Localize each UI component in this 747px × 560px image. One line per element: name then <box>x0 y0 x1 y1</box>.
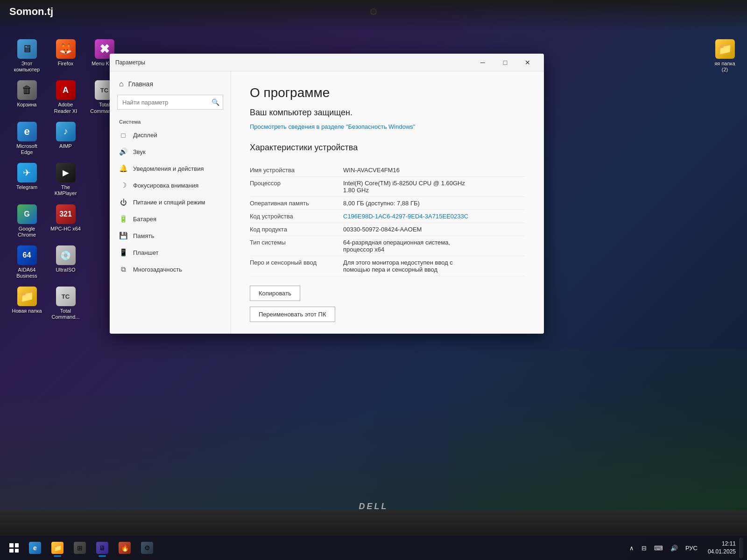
minimize-button[interactable]: ─ <box>472 56 493 70</box>
spec-value-device-name: WIN-AVACVE4FM16 <box>343 167 525 174</box>
tray-chevron[interactable]: ∧ <box>627 543 637 553</box>
spec-value-pen: Для этого монитора недоступен ввод спомо… <box>343 259 525 273</box>
storage-label: Память <box>133 232 154 239</box>
sidebar-home[interactable]: ⌂ Главная <box>110 76 231 92</box>
aimp-icon: ♪ <box>56 122 76 141</box>
firefox-icon: 🦊 <box>56 39 76 59</box>
sidebar-item-focus[interactable]: ☽ Фокусировка внимания <box>110 177 231 194</box>
kmplayer-label: TheKMPlayer <box>55 184 77 196</box>
taskbar-app-5[interactable]: 🔥 <box>114 538 135 558</box>
desktop-icon-kmplayer[interactable]: ▶ TheKMPlayer <box>48 161 83 198</box>
spec-row-device-id: Код устройства C196E98D-1AC6-4297-9ED4-3… <box>250 210 525 223</box>
notifications-icon: 🔔 <box>119 164 127 173</box>
desktop-icon-aimp[interactable]: ♪ AIMP <box>48 120 83 157</box>
tablet-icon: 📱 <box>119 248 127 257</box>
show-desktop-button[interactable] <box>740 538 743 558</box>
taskbar-app-6[interactable]: ⚙ <box>136 538 158 558</box>
taskbar-clock[interactable]: 12:11 04.01.2025 <box>704 538 740 558</box>
spec-value-system-type: 64-разрядная операционная система,процес… <box>343 239 525 253</box>
desktop-icon-right-folder[interactable]: 📁 яя папка(2) <box>707 37 742 75</box>
taskbar-app-explorer[interactable]: 📁 <box>47 538 68 558</box>
desktop-icon-telegram[interactable]: ✈ Telegram <box>9 161 44 198</box>
desktop-icon-totalcmd2[interactable]: TC TotalCommand... <box>48 285 83 322</box>
desktop-icon-aida[interactable]: 64 AIDA64Business <box>9 244 44 281</box>
dell-logo: DELL <box>359 502 388 511</box>
tray-volume[interactable]: 🔊 <box>668 543 681 553</box>
laptop-frame-bottom: DELL <box>0 510 747 536</box>
desktop-icon-korzina[interactable]: 🗑 Корзина <box>9 78 44 116</box>
desktop-icon-novaya-papka[interactable]: 📁 Новая папка <box>9 285 44 322</box>
copy-button[interactable]: Копировать <box>250 286 300 301</box>
desktop-icon-adobe[interactable]: A AdobeReader XI <box>48 78 83 116</box>
sidebar-item-battery[interactable]: 🔋 Батарея <box>110 210 231 227</box>
chrome-label: GoogleChrome <box>18 226 36 238</box>
sidebar-item-multitask[interactable]: ⧉ Многозадачность <box>110 261 231 278</box>
sidebar-item-notifications[interactable]: 🔔 Уведомления и действия <box>110 160 231 177</box>
taskbar-app-3[interactable]: ⊞ <box>69 538 91 558</box>
korzina-label: Корзина <box>17 102 37 108</box>
mpchc-label: MPC-HC x64 <box>50 226 81 232</box>
novaya-papka-label: Новая папка <box>12 308 42 314</box>
firefox-label: Firefox <box>58 61 74 67</box>
sidebar-item-power[interactable]: ⏻ Питание и спящий режим <box>110 194 231 210</box>
sidebar-item-storage[interactable]: 💾 Память <box>110 227 231 244</box>
start-button[interactable] <box>4 538 24 558</box>
taskbar-app3-icon: ⊞ <box>74 542 86 554</box>
desktop-icons-area: 🖥 Этоткомпьютер 🦊 Firefox ✖ Menu KMP 🗑 К… <box>9 37 122 322</box>
spec-value-product-id: 00330-50972-08424-AAOEM <box>343 226 525 233</box>
desktop-icon-mpchc[interactable]: 321 MPC-HC x64 <box>48 203 83 240</box>
maximize-button[interactable]: □ <box>494 56 516 70</box>
spec-label-device-id: Код устройства <box>250 213 343 220</box>
sound-icon: 🔊 <box>119 147 127 156</box>
multitask-label: Многозадачность <box>133 266 182 273</box>
window-titlebar: Параметры ─ □ ✕ <box>110 54 544 71</box>
spec-label-ram: Оперативная память <box>250 200 343 207</box>
desktop: Somon.tj 🖥 Этоткомпьютер 🦊 Firefox ✖ Men… <box>0 0 747 560</box>
close-button[interactable]: ✕ <box>517 56 538 70</box>
sidebar-item-tablet[interactable]: 📱 Планшет <box>110 244 231 261</box>
spec-label-product-id: Код продукта <box>250 226 343 233</box>
right-folder-icon: 📁 <box>715 39 735 59</box>
tray-language[interactable]: РУС <box>683 543 700 553</box>
sidebar-item-sound[interactable]: 🔊 Звук <box>110 143 231 160</box>
desktop-icon-computer[interactable]: 🖥 Этоткомпьютер <box>9 37 44 75</box>
focus-icon: ☽ <box>119 181 127 189</box>
korzina-icon: 🗑 <box>17 80 37 100</box>
spec-value-device-id: C196E98D-1AC6-4297-9ED4-3A715EE0233C <box>343 213 525 220</box>
storage-icon: 💾 <box>119 231 127 240</box>
desktop-icon-chrome[interactable]: G GoogleChrome <box>9 203 44 240</box>
taskbar-app-4[interactable]: 🖥 <box>92 538 113 558</box>
content-title: О программе <box>250 85 525 100</box>
icon-row-7: 📁 Новая папка TC TotalCommand... <box>9 285 122 322</box>
spec-value-ram: 8,00 ГБ (доступно: 7,88 ГБ) <box>343 200 525 207</box>
spec-row-cpu: Процессор Intel(R) Core(TM) i5-8250U CPU… <box>250 177 525 197</box>
icon-row-6: 64 AIDA64Business 💿 UltraISO <box>9 244 122 281</box>
rename-button[interactable]: Переименовать этот ПК <box>250 307 335 322</box>
icon-row-4: ✈ Telegram ▶ TheKMPlayer <box>9 161 122 198</box>
system-tray: ∧ ⊟ ⌨ 🔊 РУС <box>627 543 704 553</box>
desktop-icon-edge[interactable]: e MicrosoftEdge <box>9 120 44 157</box>
start-sq-3 <box>9 549 14 553</box>
ultraiso-icon: 💿 <box>56 245 76 265</box>
search-icon: 🔍 <box>211 98 219 106</box>
search-box: 🔍 <box>117 95 223 110</box>
system-section-title: Система <box>110 115 231 126</box>
spec-row-pen: Перо и сенсорный ввод Для этого монитора… <box>250 256 525 276</box>
security-link[interactable]: Просмотреть сведения в разделе "Безопасн… <box>250 122 525 132</box>
watermark: Somon.tj <box>9 6 53 18</box>
taskbar-app5-icon: 🔥 <box>119 542 131 554</box>
sidebar-item-display[interactable]: □ Дисплей <box>110 126 231 143</box>
settings-window: Параметры ─ □ ✕ ⌂ Главная 🔍 Система <box>110 54 544 334</box>
desktop-icon-firefox[interactable]: 🦊 Firefox <box>48 37 83 75</box>
battery-icon: 🔋 <box>119 215 127 223</box>
taskbar-app-edge[interactable]: e <box>24 538 46 558</box>
icon-row-5: G GoogleChrome 321 MPC-HC x64 <box>9 203 122 240</box>
search-input[interactable] <box>117 95 223 110</box>
security-status: Ваш компьютер защищен. <box>250 108 525 118</box>
chrome-icon: G <box>17 204 37 224</box>
tray-keyboard[interactable]: ⌨ <box>651 543 666 553</box>
tray-network[interactable]: ⊟ <box>639 543 649 553</box>
computer-label: Этоткомпьютер <box>14 61 40 73</box>
desktop-icon-ultraiso[interactable]: 💿 UltraISO <box>48 244 83 281</box>
edge-icon: e <box>17 122 37 141</box>
